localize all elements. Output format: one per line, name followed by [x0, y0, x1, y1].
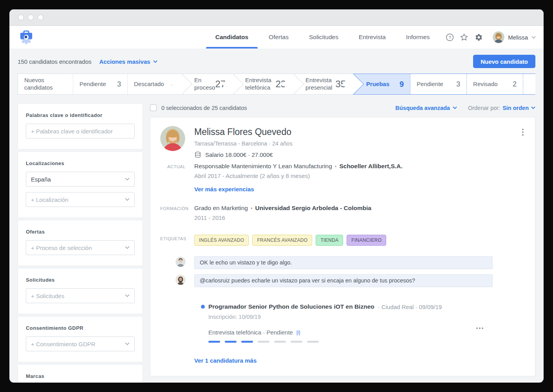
application-menu-ellipsis-icon[interactable]	[475, 326, 485, 331]
tab-entrevista-label: Entrevista	[359, 34, 386, 41]
advanced-search-dropdown[interactable]: Búsqueda avanzada	[395, 105, 457, 111]
education-line: Grado en Marketing•Universidad Sergio Ar…	[194, 205, 371, 212]
info-badge-icon[interactable]: [i]	[296, 330, 300, 335]
section-label-actual: ACTUAL	[160, 163, 186, 193]
filter-offers-label: Ofertas	[26, 229, 135, 235]
stage-count: 2	[513, 80, 517, 88]
filters-sidebar: Palabras clave o identificador Localizac…	[18, 103, 143, 383]
window-minimize-button[interactable]	[28, 14, 34, 20]
stage-nuevos-candidatos[interactable]: Nuevos candidatos	[18, 74, 73, 94]
stage-pendiente-1[interactable]: Pendiente 3	[73, 74, 127, 94]
card-menu-kebab-icon[interactable]	[521, 128, 525, 137]
header-actions: ? Melissa	[445, 26, 536, 49]
new-candidate-button[interactable]: Nuevo candidato	[473, 55, 535, 68]
job-period: Abril 2017 - Actualmente (2 años y 8 mes…	[194, 173, 403, 179]
comment-bubble: @carlosruiz puedes echarle un vistazo pa…	[194, 274, 493, 287]
tab-solicitudes[interactable]: Solicitudes	[299, 26, 349, 49]
tag-frances-avanzado[interactable]: FRANCÉS AVANZADO	[252, 235, 312, 246]
window-zoom-button[interactable]	[38, 14, 43, 20]
applications-select[interactable]: + Solicitudes	[26, 288, 135, 303]
user-menu-chevron-icon	[531, 36, 536, 39]
more-applications-row: Ver 1 candidatura más	[150, 357, 535, 376]
stage-pendiente-2[interactable]: Pendiente 3	[410, 74, 466, 94]
tag-tienda[interactable]: TIENDA	[316, 235, 343, 246]
order-by-dropdown[interactable]: Ordenar por: Sin orden	[468, 105, 535, 111]
results-count: 150 candidatos encontrados	[18, 58, 91, 65]
pipeline-stages: Nuevos candidatos Pendiente 3 Descartado…	[18, 74, 535, 95]
bulk-actions-chevron-icon	[153, 60, 157, 63]
stage-label: En proceso	[194, 77, 215, 92]
window-close-button[interactable]	[18, 14, 24, 20]
favorites-star-icon[interactable]	[460, 33, 468, 41]
applications-placeholder: + Solicitudes	[31, 293, 125, 299]
filter-keywords: Palabras clave o identificador	[18, 103, 143, 149]
app-window: Candidatos Ofertas Solicitudes Entrevist…	[9, 9, 544, 383]
stage-label: Pendiente	[417, 81, 443, 88]
tag-financiero[interactable]: FINANCIERO	[347, 235, 386, 246]
job-company: Schoeller Allibert,S.A.	[339, 163, 402, 169]
location-add-placeholder: + Localización	[31, 196, 125, 203]
filter-applications: Solicitudes + Solicitudes	[18, 268, 143, 314]
tab-ofertas[interactable]: Ofertas	[258, 26, 299, 49]
stage-count: 4	[171, 80, 175, 88]
location-country-select[interactable]: España	[26, 172, 135, 187]
pipeline-group-active: Pruebas 9 Pendiente 3 Revisado 2	[353, 74, 535, 95]
current-job: Responsable Mantenimiento Y Lean Manufac…	[194, 163, 403, 193]
gdpr-placeholder: + Consentimiento GDPR	[31, 341, 125, 347]
stage-label: Pendiente	[80, 81, 106, 88]
stage-descartado[interactable]: Descartado 4	[127, 74, 181, 94]
user-name: Melissa	[508, 34, 528, 41]
application-title[interactable]: Programador Senior Python de Soluciones …	[208, 303, 374, 310]
progress-segment	[274, 341, 286, 343]
stage-count: 35	[335, 79, 346, 90]
chevron-down-icon	[125, 178, 130, 181]
candidate-avatar[interactable]	[160, 126, 185, 151]
tab-informes[interactable]: Informes	[396, 26, 440, 49]
more-applications-link[interactable]: Ver 1 candidatura más	[194, 357, 257, 364]
user-menu[interactable]: Melissa	[493, 31, 536, 43]
filter-locations-label: Localizaciones	[26, 160, 135, 166]
job-title: Responsable Mantenimiento Y Lean Manufac…	[194, 163, 332, 169]
more-experiences-link[interactable]: Ver más experiencias	[194, 186, 254, 192]
application-meta: · Ciudad Real · 09/09/19	[378, 304, 442, 310]
candidate-name[interactable]: Melissa Flores Quevedo	[194, 127, 293, 137]
list-toolbar-right: Búsqueda avanzada Ordenar por: Sin orden	[395, 105, 535, 111]
education-period: 2011 - 2016	[194, 214, 371, 221]
offers-select[interactable]: + Proceso de selección	[26, 240, 135, 255]
tab-entrevista[interactable]: Entrevista	[349, 26, 396, 49]
location-country-value: España	[31, 176, 125, 183]
bulk-actions-dropdown[interactable]: Acciones masivas	[99, 58, 157, 65]
progress-segment	[258, 341, 269, 343]
current-job-line: Responsable Mantenimiento Y Lean Manufac…	[194, 163, 403, 170]
help-icon[interactable]: ?	[445, 33, 454, 41]
location-add-select[interactable]: + Localización	[26, 192, 135, 207]
education-school: Universidad Sergio Arboleda - Colombia	[255, 205, 372, 211]
gdpr-select[interactable]: + Consentimiento GDPR	[26, 336, 135, 351]
select-all-checkbox[interactable]	[150, 104, 157, 111]
page-body: 150 candidatos encontrados Acciones masi…	[9, 54, 544, 383]
filter-brands: Marcas + Marcas	[18, 364, 143, 383]
settings-gear-icon[interactable]	[474, 33, 483, 41]
application-inscription-date: Inscripción: 10/09/19	[201, 314, 525, 320]
candidate-header: Melissa Flores Quevedo Tarrasa/Terrassa …	[150, 117, 535, 158]
candidate-list: 0 seleccionados de 25 candidatos Búsqued…	[150, 103, 535, 383]
tag-ingles-avanzado[interactable]: INGLÉS AVANZADO	[194, 235, 249, 246]
stage-count: 23	[275, 79, 286, 90]
stage-label: Entrevista telefónica	[245, 77, 275, 92]
tags-row: ETIQUETAS INGLÉS AVANZADO FRANCÉS AVANZA…	[150, 235, 535, 246]
keywords-input[interactable]	[26, 124, 135, 138]
application-progress	[201, 341, 525, 343]
spacer	[160, 357, 186, 364]
filter-keywords-label: Palabras clave o identificador	[26, 112, 135, 118]
stage-status-text: Entrevista telefónica · Pendiente	[208, 329, 293, 336]
stage-revisado[interactable]: Revisado 2	[466, 74, 523, 94]
stage-overflow	[523, 74, 535, 94]
comment-bubble: OK le echo un vistazo y te digo algo.	[194, 256, 493, 269]
tab-ofertas-label: Ofertas	[269, 34, 289, 41]
tab-candidatos[interactable]: Candidatos	[205, 26, 258, 49]
chevron-down-icon	[125, 294, 130, 297]
education-row: FORMACIÓN Grado en Marketing•Universidad…	[150, 205, 535, 221]
commenter-avatar	[175, 275, 186, 285]
commenter-avatar	[175, 257, 186, 267]
current-job-row: ACTUAL Responsable Mantenimiento Y Lean …	[150, 163, 535, 193]
